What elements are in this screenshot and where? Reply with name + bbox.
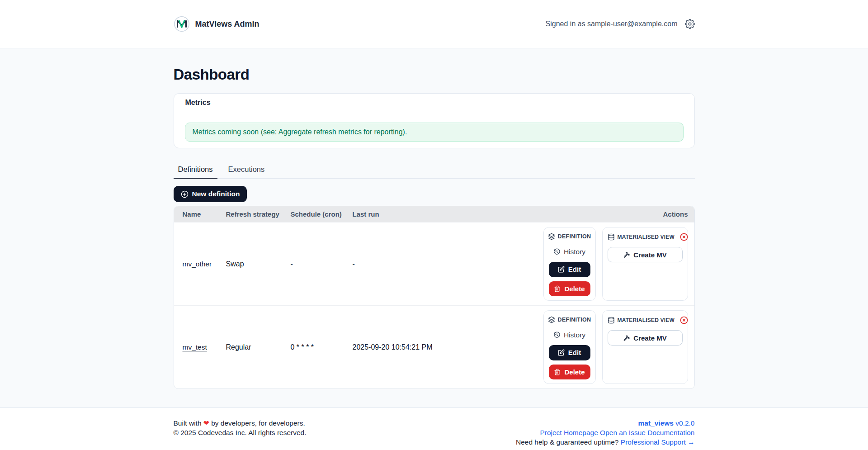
refresh-strategy-cell: Swap <box>217 223 282 305</box>
mv-panel-title: MATERIALISED VIEW <box>618 234 675 240</box>
column-header-name: Name <box>174 206 217 222</box>
database-icon <box>608 317 615 324</box>
edit-label: Edit <box>568 349 581 356</box>
signed-in-text: Signed in as sample-user@example.com <box>546 20 678 28</box>
footer: Built with ❤ by developers, for develope… <box>0 407 868 450</box>
new-definition-label: New definition <box>192 190 240 198</box>
definition-panel-title: DEFINITION <box>558 233 591 240</box>
metrics-card-title: Metrics <box>174 94 694 112</box>
column-header-last-run: Last run <box>344 206 541 222</box>
definition-panel-title: DEFINITION <box>558 317 591 323</box>
delete-button[interactable]: Delete <box>549 365 590 380</box>
schedule-cell: 0 * * * * <box>282 306 344 388</box>
history-link[interactable]: History <box>553 248 585 256</box>
edit-button[interactable]: Edit <box>549 262 590 277</box>
plus-circle-icon <box>181 190 189 198</box>
built-with-line: Built with ❤ by developers, for develope… <box>174 418 307 428</box>
circle-x-icon <box>680 233 688 241</box>
circle-x-icon <box>680 316 688 324</box>
tab-definitions[interactable]: Definitions <box>174 161 217 179</box>
page-title: Dashboard <box>174 48 695 83</box>
metrics-card: Metrics Metrics coming soon (see: Aggreg… <box>174 93 695 148</box>
copyright-line: © 2025 Codevedas Inc. All rights reserve… <box>174 428 307 437</box>
definition-link-mv-other[interactable]: mv_other <box>183 260 212 268</box>
history-label: History <box>564 248 585 256</box>
create-mv-button[interactable]: Create MV <box>608 247 683 262</box>
schedule-cell: - <box>282 223 344 305</box>
actions-cell: DEFINITION History <box>541 223 694 305</box>
top-bar: MatViews Admin Signed in as sample-user@… <box>0 0 868 48</box>
matviews-logo-icon <box>174 16 190 32</box>
hammer-icon <box>623 251 630 258</box>
history-icon <box>553 248 561 256</box>
tab-executions[interactable]: Executions <box>224 161 269 178</box>
edit-label: Edit <box>568 265 581 273</box>
support-prefix: Need help & guaranteed uptime? <box>516 438 619 446</box>
version-line: mat_views v0.2.0 <box>516 418 695 428</box>
definition-panel: DEFINITION History <box>543 227 596 301</box>
new-definition-button[interactable]: New definition <box>174 186 247 202</box>
built-with-suffix: by developers, for developers. <box>211 419 305 427</box>
create-mv-label: Create MV <box>633 334 666 342</box>
table-row: mv_other Swap - - DEFINITION <box>174 222 694 305</box>
history-label: History <box>564 331 585 339</box>
layers-icon <box>548 316 555 323</box>
mv-panel-title: MATERIALISED VIEW <box>618 317 675 323</box>
trash-icon <box>554 285 561 292</box>
last-run-cell: - <box>344 223 541 305</box>
built-with-prefix: Built with <box>174 419 202 427</box>
definition-link-mv-test[interactable]: mv_test <box>183 343 207 351</box>
edit-icon <box>558 349 565 356</box>
create-mv-label: Create MV <box>633 251 666 259</box>
table-header-row: Name Refresh strategy Schedule (cron) La… <box>174 206 694 222</box>
history-link[interactable]: History <box>553 331 585 339</box>
delete-label: Delete <box>564 285 585 293</box>
history-icon <box>553 332 561 339</box>
tab-bar: Definitions Executions <box>174 161 695 179</box>
materialised-view-panel: MATERIALISED VIEW <box>602 227 688 301</box>
layers-icon <box>548 233 555 240</box>
edit-button[interactable]: Edit <box>549 345 590 360</box>
open-an-issue-link[interactable]: Open an Issue <box>600 429 646 436</box>
footer-links-line: Project Homepage Open an Issue Documenta… <box>516 428 695 437</box>
definitions-table: Name Refresh strategy Schedule (cron) La… <box>174 206 695 389</box>
actions-cell: DEFINITION History <box>541 306 694 388</box>
delete-button[interactable]: Delete <box>549 281 590 297</box>
create-mv-button[interactable]: Create MV <box>608 330 683 346</box>
column-header-actions: Actions <box>541 206 694 222</box>
delete-label: Delete <box>564 368 585 376</box>
refresh-strategy-cell: Regular <box>217 306 282 388</box>
heart-icon: ❤ <box>203 419 209 427</box>
gear-icon[interactable] <box>685 19 695 29</box>
trash-icon <box>554 369 561 375</box>
table-row: mv_test Regular 0 * * * * 2025-09-20 10:… <box>174 305 694 388</box>
brand: MatViews Admin <box>174 16 259 32</box>
app-title: MatViews Admin <box>195 19 259 29</box>
materialised-view-panel: MATERIALISED VIEW <box>602 310 688 384</box>
definition-panel: DEFINITION History <box>543 310 596 384</box>
version-label: v0.2.0 <box>675 419 694 427</box>
database-icon <box>608 233 615 241</box>
professional-support-link[interactable]: Professional Support → <box>621 438 695 446</box>
mat-views-brand-link[interactable]: mat_views <box>638 419 674 427</box>
edit-icon <box>558 266 565 273</box>
support-line: Need help & guaranteed uptime? Professio… <box>516 437 695 447</box>
last-run-cell: 2025-09-20 10:54:21 PM <box>344 306 541 388</box>
hammer-icon <box>623 335 630 341</box>
project-homepage-link[interactable]: Project Homepage <box>540 429 598 436</box>
documentation-link[interactable]: Documentation <box>647 429 694 436</box>
column-header-schedule: Schedule (cron) <box>282 206 344 222</box>
metrics-coming-soon-alert: Metrics coming soon (see: Aggregate refr… <box>185 123 684 142</box>
column-header-refresh-strategy: Refresh strategy <box>217 206 282 222</box>
